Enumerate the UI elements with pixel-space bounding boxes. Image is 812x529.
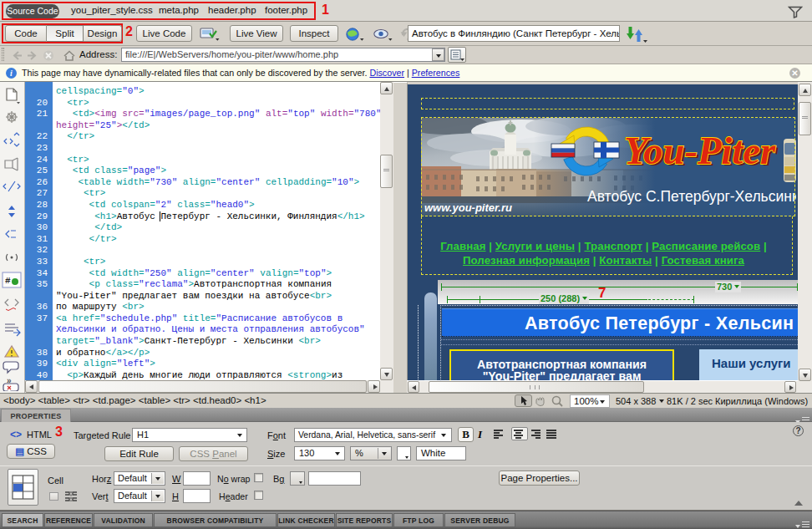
svg-text:#: # [5, 276, 11, 286]
